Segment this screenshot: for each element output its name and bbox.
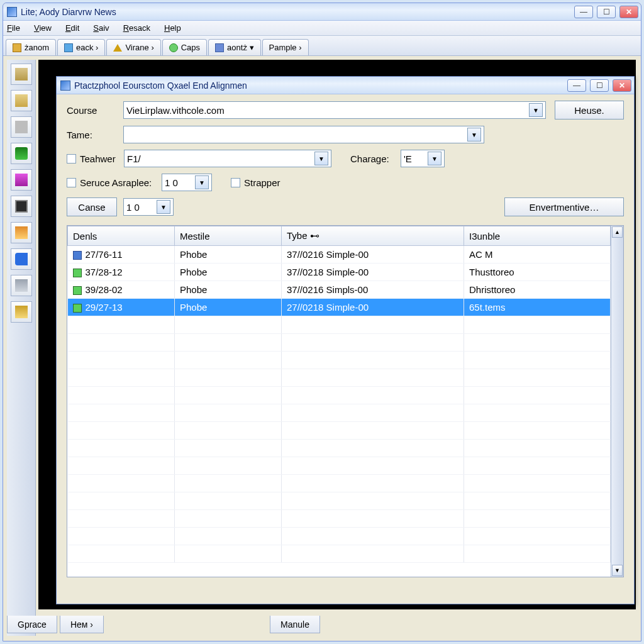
menubar: File View Edit Saiv Resack Help — [3, 21, 641, 36]
table-row-empty — [68, 316, 611, 334]
menu-view[interactable]: View — [34, 23, 52, 33]
tab-caps[interactable]: Caps — [162, 39, 207, 55]
tool-button-6[interactable] — [11, 196, 32, 217]
dialog-titlebar: Ptactzphool Eoursctom Qxael End Alignmen… — [57, 77, 634, 94]
canse-combo[interactable]: 1 0 ▼ — [123, 198, 174, 216]
table-row[interactable]: 37/28-12Phobe37//0218 Simple-00Thusttore… — [68, 264, 611, 281]
main-close-button[interactable]: ✕ — [619, 6, 638, 18]
data-grid: Denls Mestile Tybe ⊷ I3unble 27/76-11Pho… — [67, 225, 624, 577]
seruce-checkbox[interactable] — [67, 178, 76, 187]
menu-saiv[interactable]: Saiv — [93, 23, 109, 33]
menu-edit[interactable]: Edit — [65, 23, 79, 33]
tame-label: Tame: — [67, 130, 123, 140]
table-row-empty — [68, 440, 611, 457]
course-combo[interactable]: VieLirplaw.vithcole.com ▼ — [123, 101, 546, 119]
tab-label: Virane › — [125, 43, 153, 52]
tab-eack[interactable]: eack › — [57, 39, 105, 55]
tool-button-7[interactable] — [11, 222, 32, 243]
tool-button-2[interactable] — [11, 90, 32, 111]
table-row-empty — [68, 457, 611, 475]
strapper-label: Strapper — [244, 177, 280, 188]
chevron-down-icon[interactable]: ▼ — [314, 152, 328, 165]
menu-help[interactable]: Help — [164, 23, 181, 33]
dialog-maximize-button[interactable]: ☐ — [590, 79, 609, 92]
tool-button-5[interactable] — [11, 169, 32, 191]
row-status-icon — [73, 286, 82, 295]
left-toolbar — [7, 60, 36, 636]
chevron-down-icon[interactable]: ▼ — [157, 200, 170, 214]
app-icon — [7, 7, 17, 17]
tab-aontz[interactable]: aontż ▾ — [208, 39, 260, 55]
scroll-up-icon[interactable]: ▲ — [612, 226, 623, 238]
scroll-down-icon[interactable]: ▼ — [612, 565, 623, 576]
menu-resack[interactable]: Resack — [123, 23, 150, 33]
table-row-empty — [68, 510, 611, 528]
col-mestile[interactable]: Mestile — [175, 226, 282, 246]
main-window: Lite; Aody Diarvrw News — ☐ ✕ File View … — [3, 3, 641, 641]
tab-label: eack › — [76, 43, 98, 52]
col-bunble[interactable]: I3unble — [464, 226, 611, 246]
canse-value: 1 0 — [126, 202, 157, 213]
dialog-minimize-button[interactable]: — — [567, 79, 586, 92]
seruce-combo[interactable]: 1 0 ▼ — [162, 174, 212, 191]
table-row-empty — [68, 528, 611, 545]
chevron-down-icon[interactable]: ▼ — [428, 152, 441, 165]
teahwer-combo[interactable]: F1/ ▼ — [124, 150, 331, 167]
tab-label: Pample › — [269, 43, 302, 52]
tool-button-4[interactable] — [11, 143, 32, 164]
teahwer-label: Teahwer — [80, 153, 124, 164]
bottom-tab-hem[interactable]: Hем › — [60, 616, 104, 633]
chevron-down-icon[interactable]: ▼ — [195, 175, 209, 189]
table-row-empty — [68, 334, 611, 352]
tool-button-8[interactable] — [11, 248, 32, 270]
dialog-body: Course VieLirplaw.vithcole.com ▼ Heuse. … — [57, 94, 634, 586]
seruce-value: 1 0 — [165, 177, 195, 188]
teahwer-value: F1/ — [127, 153, 314, 164]
seruce-label: Seruce Asraplee: — [80, 177, 162, 188]
course-value: VieLirplaw.vithcole.com — [126, 105, 529, 116]
table-row-empty — [68, 352, 611, 369]
bottom-tabstrip: Gprace Hем › Manule — [7, 616, 636, 637]
col-denls[interactable]: Denls — [68, 226, 175, 246]
tab-pample[interactable]: Pample › — [262, 39, 309, 55]
bottom-tab-manule[interactable]: Manule — [270, 616, 320, 633]
main-minimize-button[interactable]: — — [574, 6, 593, 18]
tab-label: żanom — [25, 43, 49, 52]
tab-zanom[interactable]: żanom — [6, 39, 56, 55]
chevron-down-icon[interactable]: ▼ — [467, 128, 481, 142]
course-label: Course — [67, 105, 123, 116]
row-status-icon — [73, 269, 82, 277]
data-table: Denls Mestile Tybe ⊷ I3unble 27/76-11Pho… — [67, 226, 611, 563]
teahwer-checkbox[interactable] — [67, 154, 76, 164]
main-title: Lite; Aody Diarvrw News — [21, 7, 574, 17]
tab-virane[interactable]: Virane › — [106, 39, 160, 55]
table-row[interactable]: 39/28-02Phobe37//0216 Simpls-00Dhristtor… — [68, 281, 611, 299]
charage-combo[interactable]: 'E ▼ — [401, 150, 445, 167]
heuse-button[interactable]: Heuse. — [555, 101, 624, 119]
vertical-scrollbar[interactable]: ▲ ▼ — [611, 226, 623, 577]
tool-button-9[interactable] — [11, 275, 32, 296]
table-row-empty — [68, 404, 611, 422]
table-row-empty — [68, 492, 611, 510]
tool-button-10[interactable] — [11, 301, 32, 323]
table-header-row: Denls Mestile Tybe ⊷ I3unble — [68, 226, 611, 246]
menu-file[interactable]: File — [7, 23, 20, 33]
col-tybe[interactable]: Tybe ⊷ — [282, 226, 464, 246]
tame-combo[interactable]: ▼ — [123, 126, 484, 143]
main-maximize-button[interactable]: ☐ — [597, 6, 616, 18]
chevron-down-icon[interactable]: ▼ — [529, 103, 543, 117]
table-row[interactable]: 29/27-13Phobe27//0218 Simple-0065t.tems — [68, 299, 611, 316]
tool-button-3[interactable] — [11, 116, 32, 138]
dialog-close-button[interactable]: ✕ — [613, 79, 631, 92]
bottom-tab-gprace[interactable]: Gprace — [7, 616, 57, 633]
table-row-empty — [68, 369, 611, 387]
table-row-empty — [68, 387, 611, 404]
row-status-icon — [73, 251, 82, 260]
tool-button-1[interactable] — [11, 64, 32, 85]
table-row[interactable]: 27/76-11Phobe37//0216 Simple-00AC M — [68, 246, 611, 264]
envertmentive-button[interactable]: Envertmentive… — [504, 197, 624, 216]
table-row-empty — [68, 475, 611, 492]
charage-value: 'E — [404, 153, 428, 164]
canse-button[interactable]: Canse — [67, 197, 117, 216]
strapper-checkbox[interactable] — [231, 178, 240, 187]
